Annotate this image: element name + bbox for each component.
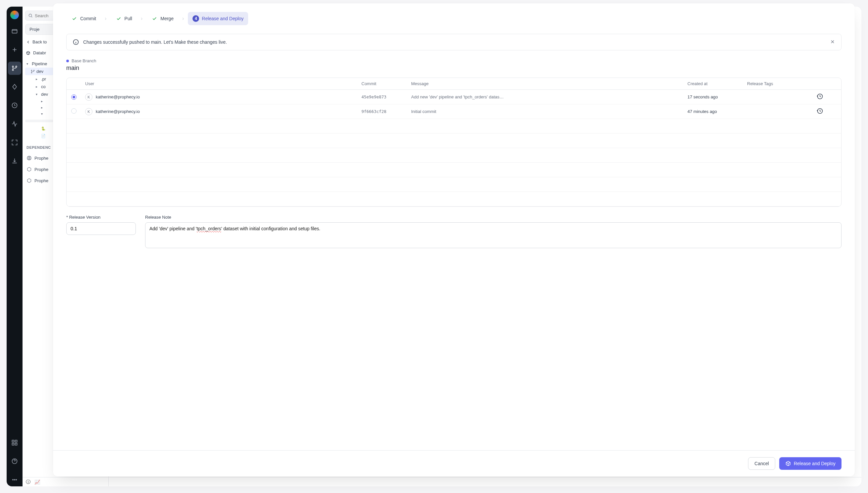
cube-icon — [785, 460, 791, 467]
release-deploy-button[interactable]: Release and Deploy — [779, 457, 842, 470]
chevron-right-icon: › — [103, 16, 108, 22]
bottom-bar: ⓘ 📈 — [23, 477, 861, 486]
env-link-label: Databr — [33, 50, 46, 55]
svg-point-11 — [14, 479, 15, 480]
avatar: K — [85, 108, 92, 115]
rail-more-icon[interactable] — [8, 473, 21, 486]
bottom-info-icon[interactable]: ⓘ — [26, 479, 30, 485]
commit-message: Add new 'dev' pipeline and 'tpch_orders'… — [411, 94, 688, 100]
bottom-trend-icon[interactable]: 📈 — [35, 479, 40, 485]
branch-dot-icon — [66, 60, 69, 62]
rail-download-icon[interactable] — [8, 154, 21, 168]
svg-rect-5 — [12, 440, 14, 442]
table-row[interactable]: Kkatherine@prophecy.io 45e9e9e873 Add ne… — [67, 90, 841, 104]
svg-rect-6 — [15, 440, 17, 442]
svg-point-14 — [31, 70, 32, 70]
user-email: katherine@prophecy.io — [96, 94, 140, 100]
rail-help-icon[interactable] — [8, 454, 21, 468]
arrow-left-icon — [26, 40, 30, 44]
step-number: 4 — [193, 15, 199, 22]
rail-folder-icon[interactable] — [8, 24, 21, 38]
rail-plus-icon[interactable] — [8, 43, 21, 56]
commit-hash: 45e9e9e873 — [362, 94, 411, 100]
release-note-label: Release Note — [145, 215, 842, 220]
cancel-button[interactable]: Cancel — [748, 457, 775, 470]
svg-point-16 — [34, 70, 34, 70]
release-version-input[interactable] — [66, 222, 136, 235]
col-message: Message — [411, 81, 688, 86]
banner-text: Changes successfully pushed to main. Let… — [83, 39, 826, 45]
svg-point-1 — [12, 66, 14, 67]
history-button[interactable] — [817, 108, 837, 115]
step-release-deploy[interactable]: 4 Release and Deploy — [188, 12, 248, 25]
commit-time: 47 minutes ago — [688, 109, 747, 114]
check-icon — [115, 15, 122, 22]
release-deploy-modal: Commit › Pull › Merge › 4 Release and De… — [53, 3, 855, 476]
release-note-input[interactable]: Add 'dev' pipeline and 'tpch_orders' dat… — [145, 222, 842, 248]
app-logo[interactable] — [10, 10, 19, 19]
step-pull[interactable]: Pull — [111, 12, 137, 25]
stepper: Commit › Pull › Merge › 4 Release and De… — [66, 3, 842, 34]
back-link-label: Back to — [32, 39, 47, 44]
svg-rect-7 — [12, 443, 14, 445]
svg-point-13 — [29, 14, 31, 17]
rail-expand-icon[interactable] — [8, 136, 21, 149]
banner-close-button[interactable] — [830, 39, 835, 45]
base-branch-label: Base Branch — [66, 58, 842, 63]
commit-hash: 9f6663cf28 — [362, 109, 411, 114]
base-branch-name: main — [66, 65, 842, 71]
col-commit: Commit — [362, 81, 411, 86]
history-button[interactable] — [817, 93, 837, 101]
svg-point-3 — [16, 66, 17, 67]
commit-message: Initial commit — [411, 109, 688, 114]
svg-rect-8 — [15, 443, 17, 445]
rail-diamond-icon[interactable] — [8, 80, 21, 93]
step-merge[interactable]: Merge — [147, 12, 178, 25]
step-commit[interactable]: Commit — [66, 12, 101, 25]
table-row-empty — [67, 119, 841, 133]
svg-point-15 — [31, 72, 32, 73]
col-created: Created at — [688, 81, 747, 86]
chevron-right-icon: › — [181, 16, 185, 22]
svg-point-10 — [13, 479, 14, 480]
info-icon — [72, 39, 79, 45]
commit-table: User Commit Message Created at Release T… — [66, 78, 842, 207]
table-row-empty — [67, 163, 841, 177]
left-rail — [7, 7, 23, 486]
release-version-label: * Release Version — [66, 215, 136, 220]
table-row-empty — [67, 133, 841, 148]
chevron-right-icon: › — [139, 16, 144, 22]
svg-point-12 — [16, 479, 17, 480]
check-icon — [71, 15, 78, 22]
history-icon — [817, 108, 823, 114]
user-email: katherine@prophecy.io — [96, 109, 140, 114]
rail-grid-icon[interactable] — [8, 436, 21, 449]
rail-activity-icon[interactable] — [8, 117, 21, 131]
commit-time: 17 seconds ago — [688, 94, 747, 100]
table-row-empty — [67, 148, 841, 163]
table-row-empty — [67, 192, 841, 207]
avatar: K — [85, 93, 92, 101]
check-icon — [151, 15, 158, 22]
rail-clock-icon[interactable] — [8, 99, 21, 112]
col-user: User — [85, 81, 362, 86]
cube-icon — [26, 51, 30, 55]
table-row-empty — [67, 177, 841, 192]
svg-point-2 — [12, 69, 14, 70]
history-icon — [817, 93, 823, 100]
col-tags: Release Tags — [747, 81, 817, 86]
info-banner: Changes successfully pushed to main. Let… — [66, 34, 842, 50]
row-radio[interactable] — [71, 94, 77, 100]
row-radio[interactable] — [71, 108, 77, 114]
rail-branch-icon[interactable] — [8, 62, 21, 75]
svg-rect-0 — [12, 29, 17, 33]
search-icon — [28, 13, 33, 18]
table-row[interactable]: Kkatherine@prophecy.io 9f6663cf28 Initia… — [67, 104, 841, 119]
table-header: User Commit Message Created at Release T… — [67, 78, 841, 90]
close-icon — [830, 39, 835, 44]
modal-footer: Cancel Release and Deploy — [53, 450, 855, 476]
